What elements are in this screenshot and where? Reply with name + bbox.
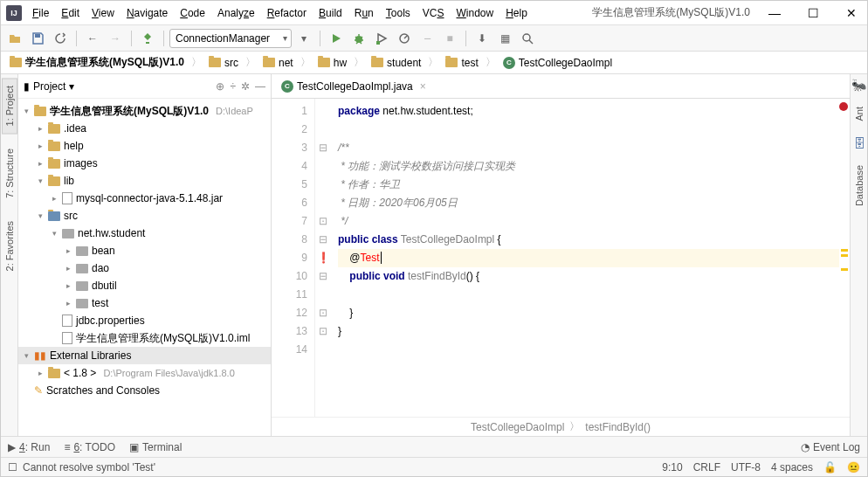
tree-bean[interactable]: ▸bean xyxy=(18,242,271,259)
menu-file[interactable]: File xyxy=(27,3,54,23)
gear-icon[interactable]: ✲ xyxy=(241,80,250,93)
tab-structure[interactable]: 7: Structure xyxy=(2,141,17,206)
readonly-icon[interactable]: 🔓 xyxy=(823,461,837,474)
hide-icon[interactable]: ― xyxy=(255,80,265,93)
menu-build[interactable]: Build xyxy=(313,3,348,23)
crumb-net[interactable]: net xyxy=(259,55,297,71)
code-area[interactable]: package net.hw.student.test; /** * 功能：测试… xyxy=(331,99,839,417)
save-icon[interactable] xyxy=(27,28,48,49)
menu-view[interactable]: View xyxy=(86,3,120,23)
database-icon[interactable]: 🗄 xyxy=(853,136,865,150)
caret-position[interactable]: 9:10 xyxy=(662,461,682,474)
stop-icon[interactable]: ■ xyxy=(439,28,460,49)
menu-code[interactable]: Code xyxy=(175,3,210,23)
tab-run[interactable]: ▶ 4: Run xyxy=(8,441,50,453)
main-toolbar: ← → ConnectionManager ▾ ⎼ ■ ⬇ ▦ xyxy=(1,25,867,52)
close-tab-icon[interactable]: × xyxy=(420,80,426,93)
run-config-dropdown[interactable]: ConnectionManager xyxy=(169,29,292,48)
ant-icon[interactable]: 🐜 xyxy=(851,78,866,92)
collapse-icon[interactable]: ÷ xyxy=(230,80,236,93)
search-icon[interactable] xyxy=(517,28,538,49)
status-icon[interactable]: ☐ xyxy=(8,461,17,474)
panel-title[interactable]: ▮ Project ▾ xyxy=(24,80,212,93)
profile-icon[interactable] xyxy=(394,28,415,49)
project-panel: ▮ Project ▾ ⊕ ÷ ✲ ― ▾学生信息管理系统(MySQL版)V1.… xyxy=(18,74,272,436)
indent[interactable]: 4 spaces xyxy=(771,461,813,474)
run-icon[interactable] xyxy=(326,28,347,49)
tree-test[interactable]: ▸test xyxy=(18,294,271,312)
crumb-student[interactable]: student xyxy=(368,55,424,71)
dropdown-arrow[interactable]: ▾ xyxy=(293,28,314,49)
build-icon[interactable] xyxy=(137,28,158,49)
open-icon[interactable] xyxy=(4,28,25,49)
menu-window[interactable]: Window xyxy=(451,3,499,23)
status-message: Cannot resolve symbol 'Test' xyxy=(23,461,155,474)
expand-icon[interactable]: ⊕ xyxy=(216,80,224,93)
ide-icon[interactable]: ▦ xyxy=(494,28,515,49)
menu-vcs[interactable]: VCS xyxy=(417,3,450,23)
breadcrumb-method[interactable]: testFindById() xyxy=(585,421,651,433)
tab-project[interactable]: 1: Project xyxy=(2,78,17,134)
warning-mark[interactable] xyxy=(841,268,848,271)
tree-jar[interactable]: ▸mysql-connector-java-5.1.48.jar xyxy=(18,190,271,207)
minimize-button[interactable]: ― xyxy=(759,1,790,25)
maximize-button[interactable]: ☐ xyxy=(797,1,829,25)
crumb-class[interactable]: CTestCollegeDaoImpl xyxy=(499,55,616,71)
tab-favorites[interactable]: 2: Favorites xyxy=(2,213,17,279)
tree-images[interactable]: ▸images xyxy=(18,155,271,172)
tree-scratches[interactable]: ✎Scratches and Consoles xyxy=(18,382,271,399)
tab-database[interactable]: Database xyxy=(851,157,867,214)
menu-run[interactable]: Run xyxy=(349,3,379,23)
encoding[interactable]: UTF-8 xyxy=(731,461,761,474)
tree-iml[interactable]: 学生信息管理系统(MySQL版)V1.0.iml xyxy=(18,329,271,347)
tree-root[interactable]: ▾学生信息管理系统(MySQL版)V1.0D:\IdeaP xyxy=(18,102,271,120)
tree-idea[interactable]: ▸.idea xyxy=(18,120,271,137)
menu-tools[interactable]: Tools xyxy=(381,3,416,23)
debug-icon[interactable] xyxy=(348,28,369,49)
tree-src[interactable]: ▾src xyxy=(18,207,271,225)
forward-icon[interactable]: → xyxy=(105,28,126,49)
folder-icon xyxy=(10,58,22,67)
crumb-src[interactable]: src xyxy=(205,55,242,71)
event-log[interactable]: ◔ Event Log xyxy=(801,441,860,453)
folder-icon xyxy=(371,58,383,67)
error-stripe xyxy=(839,99,850,417)
tree-lib[interactable]: ▾lib xyxy=(18,172,271,190)
breadcrumb-class[interactable]: TestCollegeDaoImpl xyxy=(471,421,564,433)
crumb-hw[interactable]: hw xyxy=(314,55,350,71)
error-indicator-icon[interactable] xyxy=(839,102,848,111)
tree-external-libs[interactable]: ▾▮▮External Libraries xyxy=(18,347,271,364)
menu-analyze[interactable]: Analyze xyxy=(212,3,260,23)
menu-navigate[interactable]: Navigate xyxy=(121,3,173,23)
line-separator[interactable]: CRLF xyxy=(693,461,720,474)
coverage-icon[interactable] xyxy=(371,28,392,49)
editor-tab-testcollege[interactable]: C TestCollegeDaoImpl.java × xyxy=(275,76,432,97)
close-button[interactable]: ✕ xyxy=(836,1,867,25)
folder-icon xyxy=(445,58,458,67)
navigation-breadcrumb: 学生信息管理系统(MySQL版)V1.0 〉 src 〉 net 〉 hw 〉 … xyxy=(1,52,867,74)
warning-mark[interactable] xyxy=(841,249,848,252)
menu-refactor[interactable]: Refactor xyxy=(262,3,312,23)
refresh-icon[interactable] xyxy=(50,28,71,49)
tab-todo[interactable]: ≡ 6: TODO xyxy=(64,441,115,453)
tab-terminal[interactable]: ▣ Terminal xyxy=(129,441,182,453)
tree-dao[interactable]: ▸dao xyxy=(18,259,271,277)
tree-dbutil[interactable]: ▸dbutil xyxy=(18,277,271,294)
crumb-root[interactable]: 学生信息管理系统(MySQL版)V1.0 xyxy=(6,53,188,72)
tree-pkg[interactable]: ▾net.hw.student xyxy=(18,225,271,242)
vcs-update-icon[interactable]: ⬇ xyxy=(472,28,493,49)
inspector-icon[interactable]: 😐 xyxy=(847,461,860,474)
tree-help[interactable]: ▸help xyxy=(18,137,271,155)
tree-jdk[interactable]: ▸< 1.8 >D:\Program Files\Java\jdk1.8.0 xyxy=(18,364,271,382)
warning-mark[interactable] xyxy=(841,254,848,257)
class-icon: C xyxy=(281,80,293,93)
attach-icon[interactable]: ⎼ xyxy=(417,28,437,49)
menu-help[interactable]: Help xyxy=(500,3,533,23)
crumb-test[interactable]: test xyxy=(442,55,481,71)
back-icon[interactable]: ← xyxy=(82,28,103,49)
menu-edit[interactable]: Edit xyxy=(56,3,85,23)
tab-ant[interactable]: Ant xyxy=(851,99,867,129)
tree-props[interactable]: jdbc.properties xyxy=(18,312,271,329)
editor-body[interactable]: 1234567891011121314 ⊟ ⊡⊟❗⊟ ⊡⊡ package ne… xyxy=(272,99,850,417)
svg-rect-2 xyxy=(376,41,380,45)
